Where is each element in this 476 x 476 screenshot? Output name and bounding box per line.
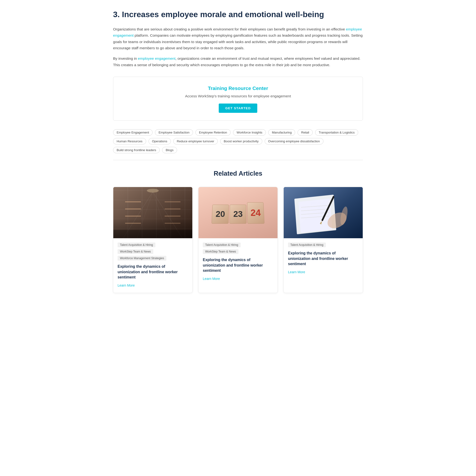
block-24: 24 — [247, 202, 264, 224]
svg-point-27 — [339, 206, 349, 226]
article-body: Talent Acquisition & HiringExploring the… — [284, 238, 363, 279]
related-articles-title: Related Articles — [113, 170, 363, 177]
tag-item[interactable]: Workforce Insights — [233, 129, 266, 136]
svg-line-3 — [153, 192, 183, 238]
article-tag-item: WorkStep Team & News — [203, 249, 238, 254]
section-heading: 3. Increases employee morale and emotion… — [113, 10, 363, 19]
para1-text1: Organizations that are serious about cre… — [113, 27, 346, 31]
article-image — [113, 187, 192, 238]
tag-item[interactable]: Boost worker productivity — [220, 138, 262, 144]
svg-rect-24 — [321, 196, 335, 221]
learn-more-link[interactable]: Learn More — [288, 270, 305, 274]
article-card: Talent Acquisition & HiringWorkStep Team… — [113, 187, 192, 293]
article-title: Exploring the dynamics of unionization a… — [288, 251, 358, 267]
svg-marker-25 — [320, 221, 323, 224]
svg-rect-0 — [113, 187, 192, 238]
article-tag-item: WorkStep Team & News — [118, 249, 153, 254]
link-employee-engagement-2[interactable]: employee engagement — [138, 56, 175, 60]
section-divider — [113, 160, 363, 160]
article-card: 20 23 24 Talent Acquisition & HiringWork… — [198, 187, 278, 293]
tag-item[interactable]: Build strong frontline leaders — [113, 147, 160, 153]
svg-line-23 — [301, 216, 329, 218]
tags-section: Employee EngagementEmployee Satisfaction… — [113, 129, 363, 153]
svg-rect-16 — [284, 187, 363, 238]
paragraph-2: By investing in employee engagement, org… — [113, 55, 363, 68]
svg-line-20 — [301, 205, 329, 207]
get-started-button[interactable]: GET STARTED — [219, 103, 257, 113]
svg-rect-10 — [165, 201, 180, 202]
article-tag-item: Workforce Management Strategies — [118, 256, 166, 261]
tag-item[interactable]: Operations — [149, 138, 171, 144]
learn-more-link[interactable]: Learn More — [118, 284, 135, 287]
tag-item[interactable]: Manufacturing — [268, 129, 295, 136]
svg-rect-18 — [294, 195, 336, 235]
svg-rect-8 — [125, 216, 141, 217]
paragraph-1: Organizations that are serious about cre… — [113, 26, 363, 51]
tag-item[interactable]: Human Resources — [113, 138, 146, 144]
svg-line-21 — [301, 209, 329, 211]
article-tag-item: Talent Acquisition & Hiring — [288, 242, 326, 247]
svg-rect-17 — [284, 187, 363, 238]
svg-line-5 — [153, 192, 169, 238]
tag-item[interactable]: Employee Engagement — [113, 129, 153, 136]
svg-rect-6 — [125, 201, 141, 202]
tag-item[interactable]: Employee Retention — [195, 129, 231, 136]
block-23: 23 — [229, 204, 246, 223]
svg-line-22 — [301, 213, 329, 214]
tag-item[interactable]: Employee Satisfaction — [155, 129, 193, 136]
tag-item[interactable]: Overcoming employee dissatisfaction — [265, 138, 323, 144]
tag-item[interactable]: Retail — [298, 129, 313, 136]
tag-item[interactable]: Reduce employee turnover — [173, 138, 218, 144]
svg-rect-9 — [125, 223, 141, 224]
article-title: Exploring the dynamics of unionization a… — [118, 264, 188, 280]
related-articles-section: Related Articles — [113, 170, 363, 293]
learn-more-link[interactable]: Learn More — [203, 277, 220, 281]
article-tags: Talent Acquisition & HiringWorkStep Team… — [203, 242, 273, 254]
svg-point-15 — [147, 189, 159, 192]
heading-text: Increases employee morale and emotional … — [122, 10, 324, 19]
para1-text2: platform. Companies can motivate employe… — [113, 33, 363, 50]
svg-line-2 — [123, 192, 153, 238]
article-card: Talent Acquisition & HiringExploring the… — [284, 187, 363, 293]
article-body: Talent Acquisition & HiringWorkStep Team… — [113, 238, 192, 293]
article-image — [284, 187, 363, 238]
svg-point-26 — [326, 210, 348, 231]
svg-rect-11 — [165, 208, 180, 209]
training-box-description: Access WorkStep's training resources for… — [119, 94, 357, 98]
svg-rect-7 — [125, 208, 141, 209]
svg-rect-13 — [165, 223, 180, 224]
article-image: 20 23 24 — [199, 187, 277, 238]
article-title: Exploring the dynamics of unionization a… — [203, 257, 273, 273]
svg-line-4 — [137, 192, 153, 238]
tag-item[interactable]: Blogs — [162, 147, 177, 153]
tag-item[interactable]: Transportation & Logistics — [315, 129, 358, 136]
svg-rect-12 — [165, 216, 180, 217]
svg-rect-19 — [298, 199, 332, 233]
article-body: Talent Acquisition & HiringWorkStep Team… — [199, 238, 277, 286]
svg-rect-14 — [113, 230, 192, 238]
article-tags: Talent Acquisition & HiringWorkStep Team… — [118, 242, 188, 261]
article-tags: Talent Acquisition & Hiring — [288, 242, 358, 247]
svg-rect-1 — [113, 187, 192, 238]
articles-grid: Talent Acquisition & HiringWorkStep Team… — [113, 187, 363, 293]
number-blocks-visual: 20 23 24 — [212, 202, 264, 224]
training-box-title: Training Resource Center — [119, 85, 357, 91]
article-tag-item: Talent Acquisition & Hiring — [203, 242, 241, 247]
article-tag-item: Talent Acquisition & Hiring — [118, 242, 155, 247]
heading-number: 3. — [113, 10, 120, 19]
para2-text1: By investing in — [113, 56, 138, 60]
block-20: 20 — [212, 204, 229, 223]
tags-container: Employee EngagementEmployee Satisfaction… — [113, 129, 363, 153]
training-resource-box: Training Resource Center Access WorkStep… — [113, 77, 363, 121]
page-wrapper: 3. Increases employee morale and emotion… — [108, 0, 368, 307]
